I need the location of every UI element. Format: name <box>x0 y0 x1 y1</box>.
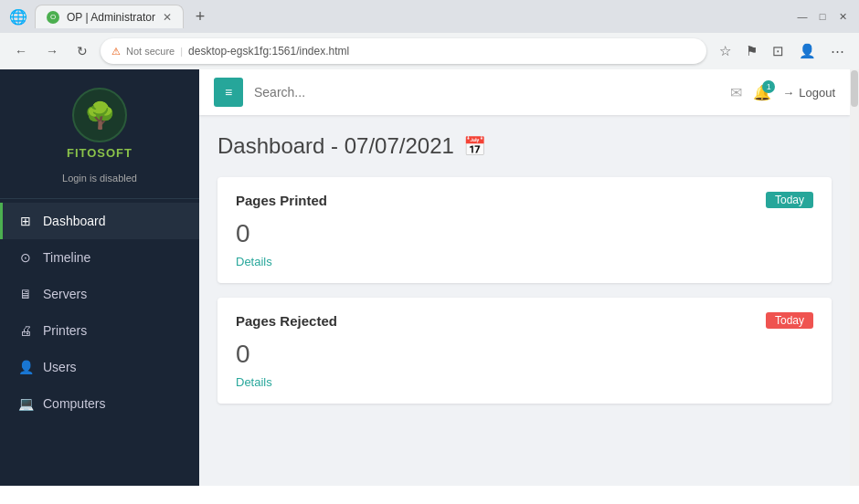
main-content: ≡ ✉ 🔔 1 → Logout Dashboard - 07/07/2021 … <box>199 69 850 486</box>
printers-icon: 🖨 <box>17 323 34 338</box>
sidebar-item-users[interactable]: 👤 Users <box>0 349 199 385</box>
logout-icon: → <box>782 86 794 100</box>
sidebar-nav: ⊞ Dashboard ⊙ Timeline 🖥 Servers 🖨 Print… <box>0 203 199 486</box>
logout-button[interactable]: → Logout <box>782 86 835 100</box>
maximize-button[interactable]: □ <box>815 9 830 24</box>
pages-rejected-details-link[interactable]: Details <box>236 375 272 389</box>
sidebar-item-label: Users <box>43 360 77 374</box>
not-secure-label: Not secure <box>126 46 175 57</box>
tab-close-button[interactable]: ✕ <box>163 11 172 24</box>
notifications-button[interactable]: 🔔 1 <box>753 84 771 101</box>
sidebar-item-label: Timeline <box>43 250 90 265</box>
logo-circle: 🌳 <box>72 88 127 142</box>
back-button[interactable]: ← <box>9 40 33 62</box>
sidebar-item-printers[interactable]: 🖨 Printers <box>0 312 199 349</box>
refresh-button[interactable]: ↻ <box>71 40 93 62</box>
tab-bar: O OP | Administrator ✕ + <box>35 5 788 28</box>
sidebar-item-computers[interactable]: 💻 Computers <box>0 385 199 422</box>
sidebar: 🌳 FITOSOFT Login is disabled ⊞ Dashboard… <box>0 69 199 486</box>
profile-button[interactable]: 👤 <box>793 39 822 63</box>
favorites-star-button[interactable]: ☆ <box>714 39 737 63</box>
today-badge-red: Today <box>766 312 813 329</box>
browser-chrome: 🌐 O OP | Administrator ✕ + — □ ✕ ← → ↻ ⚠… <box>0 0 859 69</box>
pages-rejected-value: 0 <box>236 340 813 369</box>
card-title: Pages Printed <box>236 193 327 208</box>
page-body: Dashboard - 07/07/2021 📅 Pages Printed T… <box>199 115 850 486</box>
email-icon[interactable]: ✉ <box>730 84 742 101</box>
browser-icon: 🌐 <box>9 8 27 26</box>
sidebar-item-label: Servers <box>43 287 87 301</box>
logo-text: FITOSOFT <box>67 146 133 160</box>
logo-tree-icon: 🌳 <box>84 100 116 131</box>
title-bar: 🌐 O OP | Administrator ✕ + — □ ✕ <box>0 0 859 33</box>
users-icon: 👤 <box>17 360 34 374</box>
timeline-icon: ⊙ <box>17 250 34 265</box>
sidebar-item-label: Dashboard <box>43 214 106 228</box>
scrollbar-track[interactable] <box>850 69 859 486</box>
collections-button[interactable]: ⊡ <box>767 39 790 63</box>
servers-icon: 🖥 <box>17 287 34 301</box>
card-title: Pages Rejected <box>236 313 337 329</box>
computers-icon: 💻 <box>17 396 34 411</box>
address-input[interactable]: ⚠ Not secure | desktop-egsk1fg:1561/inde… <box>101 38 706 64</box>
tab-title: OP | Administrator <box>67 11 155 24</box>
calendar-icon: 📅 <box>463 135 486 157</box>
active-tab[interactable]: O OP | Administrator ✕ <box>35 5 184 28</box>
page-title: Dashboard - 07/07/2021 <box>217 133 454 159</box>
forward-button[interactable]: → <box>40 40 64 62</box>
today-badge-green: Today <box>766 192 813 208</box>
logout-label: Logout <box>799 86 835 100</box>
scrollbar-thumb[interactable] <box>851 70 858 107</box>
pages-printed-details-link[interactable]: Details <box>236 255 272 268</box>
menu-button[interactable]: ≡ <box>214 78 243 107</box>
card-header: Pages Rejected Today <box>236 312 813 329</box>
search-input[interactable] <box>254 85 719 100</box>
app-container: 🌳 FITOSOFT Login is disabled ⊞ Dashboard… <box>0 69 859 486</box>
topbar: ≡ ✉ 🔔 1 → Logout <box>199 69 850 115</box>
sidebar-logo: 🌳 FITOSOFT <box>0 69 199 169</box>
settings-button[interactable]: ⋯ <box>825 39 850 63</box>
notification-badge: 1 <box>762 80 775 93</box>
tab-favicon: O <box>47 11 59 24</box>
pages-printed-card: Pages Printed Today 0 Details <box>217 177 832 283</box>
sidebar-item-timeline[interactable]: ⊙ Timeline <box>0 239 199 276</box>
pages-printed-value: 0 <box>236 219 813 248</box>
topbar-right: ✉ 🔔 1 → Logout <box>730 84 835 101</box>
warning-icon: ⚠ <box>111 46 121 58</box>
sidebar-divider <box>0 198 199 199</box>
login-status: Login is disabled <box>0 169 199 194</box>
pages-rejected-card: Pages Rejected Today 0 Details <box>217 298 832 404</box>
sidebar-item-label: Computers <box>43 396 105 411</box>
url-text: desktop-egsk1fg:1561/index.html <box>188 45 349 58</box>
reading-list-button[interactable]: ⚑ <box>740 39 763 63</box>
sidebar-item-dashboard[interactable]: ⊞ Dashboard <box>0 203 199 239</box>
minimize-button[interactable]: — <box>795 9 810 24</box>
sidebar-item-label: Printers <box>43 323 87 338</box>
address-bar: ← → ↻ ⚠ Not secure | desktop-egsk1fg:156… <box>0 33 859 69</box>
new-tab-button[interactable]: + <box>187 5 213 28</box>
close-button[interactable]: ✕ <box>835 9 850 24</box>
dashboard-icon: ⊞ <box>17 214 34 228</box>
sidebar-item-servers[interactable]: 🖥 Servers <box>0 276 199 312</box>
toolbar-icons: ☆ ⚑ ⊡ 👤 ⋯ <box>714 39 850 63</box>
window-controls: — □ ✕ <box>795 9 850 24</box>
page-header: Dashboard - 07/07/2021 📅 <box>217 133 832 159</box>
card-header: Pages Printed Today <box>236 192 813 208</box>
